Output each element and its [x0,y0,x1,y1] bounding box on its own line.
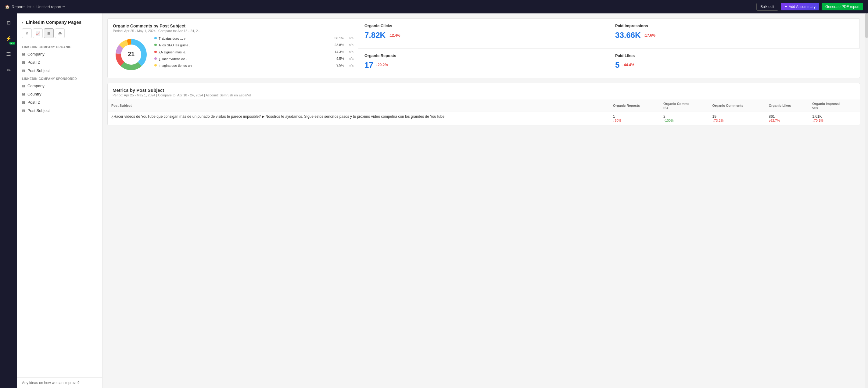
col-organic-reposts: Organic Reposts [609,99,660,112]
back-icon[interactable]: ‹ [22,20,24,25]
table-icon: ⊞ [22,84,25,88]
gauge-tool-button[interactable]: ◎ [55,28,65,38]
hashtag-tool-button[interactable]: # [22,28,32,38]
chart-tool-button[interactable]: 📈 [33,28,43,38]
legend-dot-4 [154,57,157,60]
legend-dot-5 [154,64,157,66]
donut-legend: Trabajas duro ... y 38.1% n/a A los SEO … [154,36,353,70]
legend-item-1: Trabajas duro ... y 38.1% n/a [154,36,353,40]
paint-icon-button[interactable]: ✏ [3,65,14,76]
table-row: ¿Hacer vídeos de YouTube que consigan má… [108,112,860,125]
metric-paid-impressions: Paid Impressions 33.66K ↓17.6% [609,19,860,49]
organic-section-title: LINKEDIN COMPANY ORGANIC [17,43,102,50]
col-organic-impressions: Organic Impressions [808,99,860,112]
sidebar-item-sponsored-post-id[interactable]: ⊞ Post ID [17,98,102,107]
cell-likes: 19 ↓73.2% [709,112,765,125]
donut-chart: 21 [113,36,150,73]
top-nav-actions: Bulk edit ✦ Add AI summary Generate PDF … [756,3,863,11]
sidebar-item-sponsored-company[interactable]: ⊞ Company [17,82,102,90]
breadcrumb: 🏠 Reports list › Untitled report ✏ [5,5,754,9]
home-icon: 🏠 [5,5,10,9]
cell-comments: 2 ↑100% [660,112,709,125]
sidebar-tools: # 📈 ⊞ ◎ [17,28,102,43]
sidebar-title: LinkedIn Company Pages [26,20,82,25]
table-icon: ⊞ [22,92,25,96]
legend-dot-3 [154,51,157,53]
table-header-row: Post Subject Organic Reposts Organic Com… [108,99,860,112]
legend-item-5: Imagina que tienes un 9.5% n/a [154,63,353,68]
metrics-table-section: Metrics by Post Subject Period: Apr 25 -… [107,83,860,125]
main-layout: ⊡ ⚡ 🖼 ✏ ‹ LinkedIn Company Pages # 📈 ⊞ ◎… [0,13,868,388]
current-report-name: Untitled report ✏ [36,5,65,9]
table-icon: ⊞ [22,69,25,73]
breadcrumb-separator: › [33,5,34,9]
table-tool-button[interactable]: ⊞ [44,28,54,38]
table-section-header: Metrics by Post Subject Period: Apr 25 -… [108,83,860,99]
generate-pdf-button[interactable]: Generate PDF report [822,3,863,10]
donut-chart-section: Organic Comments by Post Subject Period:… [108,19,359,78]
col-organic-comments: Organic Comments [660,99,709,112]
sidebar-item-organic-post-subject[interactable]: ⊞ Post Subject [17,66,102,75]
add-ai-summary-button[interactable]: ✦ Add AI summary [781,3,819,10]
cell-impressions: 1.61K ↓70.1% [808,112,860,125]
sponsored-section-title: LINKEDIN COMPANY SPONSORED [17,75,102,82]
sidebar: ‹ LinkedIn Company Pages # 📈 ⊞ ◎ LINKEDI… [17,13,102,388]
feedback-footer[interactable]: Any ideas on how we can improve? [17,377,102,388]
legend-item-3: ¿A alguien más le. 14.3% n/a [154,50,353,54]
metric-organic-clicks: Organic Clicks 7.82K ↓12.4% [359,19,609,49]
table-icon: ⊞ [22,52,25,56]
cell-post-subject: ¿Hacer vídeos de YouTube que consigan má… [108,112,609,125]
analytics-icon-button[interactable]: ⚡ [3,33,14,44]
legend-dot-2 [154,43,157,46]
sidebar-item-organic-company[interactable]: ⊞ Company [17,50,102,58]
col-organic-likes: Organic Comments [709,99,765,112]
sidebar-item-sponsored-post-subject[interactable]: ⊞ Post Subject [17,107,102,115]
scrollbar[interactable] [865,13,868,388]
bulk-edit-button[interactable]: Bulk edit [756,3,778,11]
col-organic-clicks: Organic Likes [765,99,809,112]
main-content: Organic Clicks 7.82K ↓12.4% Paid Impress… [102,13,865,388]
table-icon: ⊞ [22,100,25,105]
metrics-table: Post Subject Organic Reposts Organic Com… [108,99,860,125]
sidebar-item-sponsored-country[interactable]: ⊞ Country [17,90,102,98]
metric-paid-likes: Paid Likes 5 ↓44.4% [609,49,860,78]
metric-organic-reposts: Organic Reposts 17 ↓29.2% [359,49,609,78]
edit-report-icon[interactable]: ✏ [63,5,65,9]
legend-dot-1 [154,37,157,39]
sidebar-item-organic-post-id[interactable]: ⊞ Post ID [17,58,102,66]
media-icon-button[interactable]: 🖼 [3,49,14,60]
icon-bar: ⊡ ⚡ 🖼 ✏ [0,13,17,388]
reports-list-link[interactable]: Reports list [11,5,31,9]
reports-icon-button[interactable]: ⊡ [3,17,14,28]
legend-item-2: A los SEO les gusta . 23.8% n/a [154,43,353,47]
cell-clicks: 861 ↓62.7% [765,112,809,125]
svg-text:21: 21 [128,51,134,57]
col-post-subject[interactable]: Post Subject [108,99,609,112]
cell-reposts: 1 ↓50% [609,112,660,125]
donut-content: 21 Trabajas duro ... y 38.1% n/a A los S [113,36,353,73]
ai-icon: ✦ [784,5,787,9]
table-icon: ⊞ [22,109,25,113]
top-navigation: 🏠 Reports list › Untitled report ✏ Bulk … [0,0,868,13]
legend-item-4: ¿Hacer vídeos de . 9.5% n/a [154,57,353,61]
table-icon: ⊞ [22,60,25,65]
sidebar-header: ‹ LinkedIn Company Pages [17,17,102,28]
